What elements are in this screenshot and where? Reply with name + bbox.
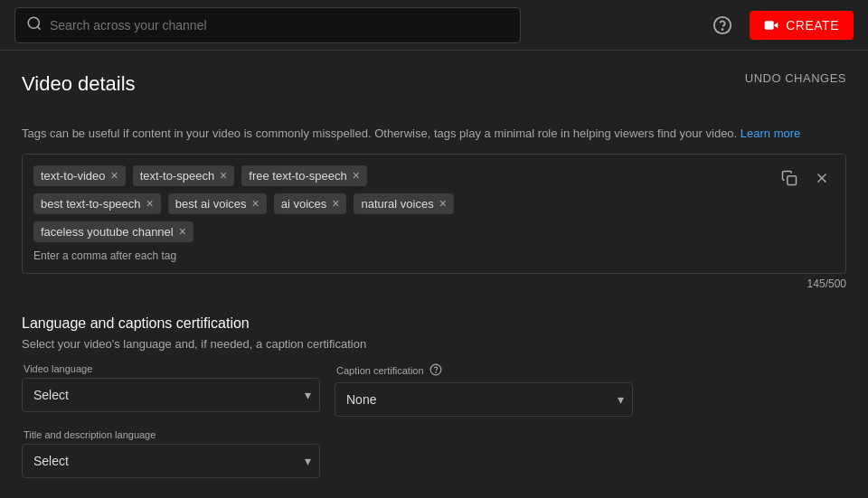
tag-chip: best text-to-speech × bbox=[33, 193, 161, 214]
language-section-title: Language and captions certification bbox=[22, 315, 846, 332]
undo-changes-button[interactable]: UNDO CHANGES bbox=[745, 71, 846, 85]
title-desc-language-select[interactable]: Select English Spanish French German bbox=[22, 444, 320, 478]
search-bar[interactable] bbox=[14, 7, 521, 43]
video-language-wrapper: Select English Spanish French German ▾ bbox=[22, 378, 320, 412]
svg-point-0 bbox=[28, 17, 39, 28]
tag-chip: natural voices × bbox=[354, 193, 453, 214]
clear-tags-button[interactable] bbox=[807, 164, 836, 193]
language-section-subtitle: Select your video's language and, if nee… bbox=[22, 337, 846, 351]
tags-count: 145/500 bbox=[22, 277, 846, 290]
tags-row-3: faceless youtube channel × bbox=[33, 221, 835, 242]
svg-rect-6 bbox=[788, 175, 797, 184]
video-language-select[interactable]: Select English Spanish French German bbox=[22, 378, 320, 412]
tag-remove-text-to-speech[interactable]: × bbox=[220, 169, 227, 182]
tags-description: Tags can be useful if content in your vi… bbox=[22, 125, 846, 143]
tag-chip: best ai voices × bbox=[168, 193, 267, 214]
title-desc-language-label: Title and description language bbox=[22, 429, 320, 440]
tag-remove-natural-voices[interactable]: × bbox=[439, 197, 447, 210]
create-button[interactable]: CREATE bbox=[750, 11, 854, 40]
caption-certification-group: Caption certification None CC CC-DF ▾ bbox=[335, 363, 633, 417]
help-button[interactable] bbox=[706, 9, 739, 42]
nav-right: CREATE bbox=[706, 9, 854, 42]
tags-container: text-to-video × text-to-speech × free te… bbox=[22, 154, 846, 274]
caption-help-icon[interactable] bbox=[429, 363, 442, 379]
svg-line-1 bbox=[37, 26, 40, 29]
title-desc-language-group: Title and description language Select En… bbox=[22, 429, 320, 478]
tag-chip: text-to-video × bbox=[33, 165, 126, 186]
video-language-group: Video language Select English Spanish Fr… bbox=[22, 363, 320, 417]
caption-certification-select[interactable]: None CC CC-DF bbox=[335, 382, 633, 417]
learn-more-link[interactable]: Learn more bbox=[741, 127, 800, 140]
tag-chip: faceless youtube channel × bbox=[33, 221, 193, 242]
tag-chip: ai voices × bbox=[274, 193, 347, 214]
tags-row-2: best text-to-speech × best ai voices × a… bbox=[33, 193, 835, 214]
tag-remove-best-text-to-speech[interactable]: × bbox=[146, 197, 154, 210]
dropdowns-row-1: Video language Select English Spanish Fr… bbox=[22, 363, 846, 417]
search-input[interactable] bbox=[50, 18, 509, 33]
dropdowns-row-2: Title and description language Select En… bbox=[22, 429, 846, 478]
tag-remove-ai-voices[interactable]: × bbox=[332, 197, 339, 210]
tags-row-1: text-to-video × text-to-speech × free te… bbox=[33, 165, 835, 186]
caption-label-row: Caption certification bbox=[335, 363, 633, 379]
search-icon bbox=[26, 15, 42, 34]
main-content: Video details UNDO CHANGES Tags can be u… bbox=[0, 51, 868, 478]
tag-chip: free text-to-speech × bbox=[241, 165, 367, 186]
tag-remove-faceless-youtube-channel[interactable]: × bbox=[179, 225, 186, 238]
caption-certification-wrapper: None CC CC-DF ▾ bbox=[335, 382, 633, 417]
tag-remove-free-text-to-speech[interactable]: × bbox=[353, 169, 360, 182]
copy-tags-button[interactable] bbox=[775, 164, 804, 193]
tags-actions bbox=[775, 164, 836, 193]
tag-remove-text-to-video[interactable]: × bbox=[111, 169, 118, 182]
page-title: Video details bbox=[22, 72, 136, 96]
tags-hint: Enter a comma after each tag bbox=[33, 249, 835, 262]
caption-certification-label: Caption certification bbox=[336, 365, 424, 376]
tag-chip: text-to-speech × bbox=[133, 165, 235, 186]
title-desc-language-wrapper: Select English Spanish French German ▾ bbox=[22, 444, 320, 478]
video-language-label: Video language bbox=[22, 363, 320, 374]
svg-marker-4 bbox=[774, 22, 778, 28]
svg-rect-5 bbox=[765, 21, 774, 29]
top-navigation: CREATE bbox=[0, 0, 868, 51]
tag-remove-best-ai-voices[interactable]: × bbox=[252, 197, 259, 210]
